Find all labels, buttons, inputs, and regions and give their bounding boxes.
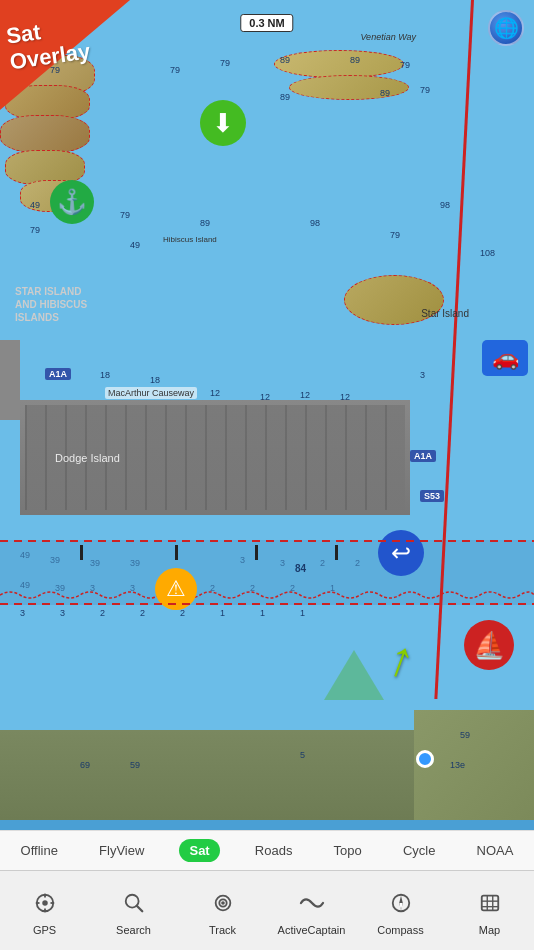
- island-ne2: [289, 75, 409, 100]
- dashed-line-bot: [0, 603, 534, 605]
- svg-line-7: [136, 905, 142, 911]
- activecaptain-icon: [295, 886, 329, 920]
- causeway-label: MacArthur Causeway: [105, 387, 197, 399]
- venetian-label: Venetian Way: [360, 32, 416, 42]
- bottom-tab-bar: GPSSearchTrackActiveCaptainCompassMap: [0, 870, 534, 950]
- dodge-label: Dodge Island: [55, 452, 120, 464]
- depth-marker-1: [80, 545, 83, 560]
- tab-label-gps: GPS: [33, 924, 56, 936]
- map-type-flyview[interactable]: FlyView: [93, 839, 150, 862]
- scale-bar: 0.3 NM: [240, 14, 293, 32]
- map-type-sat[interactable]: Sat: [179, 839, 219, 862]
- svg-point-1: [42, 900, 48, 906]
- map-type-cycle[interactable]: Cycle: [397, 839, 442, 862]
- compass-icon: [384, 886, 418, 920]
- depth-marker-4: [335, 545, 338, 560]
- star-hibiscus-label: STAR ISLANDAND HIBISCUSISLANDS: [15, 285, 87, 324]
- car-marker[interactable]: 🚗: [482, 340, 528, 376]
- green-triangle: [324, 650, 384, 700]
- map-area[interactable]: 7979798989797989894979794989987998108181…: [0, 0, 534, 820]
- svg-rect-14: [481, 895, 498, 910]
- search-icon: [117, 886, 151, 920]
- map-type-topo[interactable]: Topo: [328, 839, 368, 862]
- a1a-badge-2: A1A: [410, 450, 436, 462]
- tab-label-search: Search: [116, 924, 151, 936]
- hibiscus-label: Hibiscus Island: [163, 235, 217, 244]
- channel-depth: 84: [295, 563, 306, 574]
- back-marker[interactable]: ↩: [378, 530, 424, 576]
- tab-label-compass: Compass: [377, 924, 423, 936]
- position-dot: [416, 750, 434, 768]
- map-type-bar: OfflineFlyViewSatRoadsTopoCycleNOAA: [0, 830, 534, 870]
- download-marker[interactable]: ⬇: [200, 100, 246, 146]
- tab-label-activecaptain: ActiveCaptain: [278, 924, 346, 936]
- tab-compass[interactable]: Compass: [356, 871, 445, 950]
- map-type-offline[interactable]: Offline: [15, 839, 64, 862]
- tab-map[interactable]: Map: [445, 871, 534, 950]
- sat-overlay-text: Sat Overlay: [5, 13, 92, 77]
- star-label: Star Island: [421, 308, 469, 319]
- land-left: [0, 340, 20, 420]
- warning-line: [0, 587, 534, 602]
- boat-marker[interactable]: ⛵: [464, 620, 514, 670]
- land-bottom-right: [414, 710, 534, 820]
- map-icon: [473, 886, 507, 920]
- tab-activecaptain[interactable]: ActiveCaptain: [267, 871, 356, 950]
- anchor-marker[interactable]: ⚓: [50, 180, 94, 224]
- track-icon: [206, 886, 240, 920]
- island-ne: [274, 50, 404, 78]
- s53-badge: S53: [420, 490, 444, 502]
- dashed-line-top: [0, 540, 534, 542]
- island-nw3: [0, 115, 90, 153]
- tab-gps[interactable]: GPS: [0, 871, 89, 950]
- tab-label-track: Track: [209, 924, 236, 936]
- svg-point-10: [221, 901, 225, 905]
- tab-search[interactable]: Search: [89, 871, 178, 950]
- tab-track[interactable]: Track: [178, 871, 267, 950]
- globe-icon[interactable]: 🌐: [488, 10, 524, 46]
- map-type-roads[interactable]: Roads: [249, 839, 299, 862]
- gps-icon: [28, 886, 62, 920]
- tab-label-map: Map: [479, 924, 500, 936]
- depth-marker-3: [255, 545, 258, 560]
- map-type-noaa[interactable]: NOAA: [471, 839, 520, 862]
- a1a-badge-1: A1A: [45, 368, 71, 380]
- depth-marker-2: [175, 545, 178, 560]
